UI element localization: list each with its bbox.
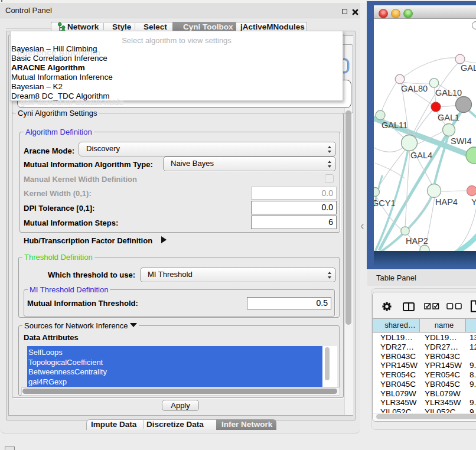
svg-text:GAL1: GAL1 — [438, 113, 459, 122]
svg-text:GAL11: GAL11 — [382, 120, 407, 130]
svg-text:GAL80: GAL80 — [401, 84, 428, 93]
svg-text:SWI4: SWI4 — [451, 136, 471, 146]
svg-text:GAL10: GAL10 — [435, 88, 462, 97]
svg-text:GCY1: GCY1 — [374, 198, 396, 208]
svg-text:HAP4: HAP4 — [435, 197, 458, 207]
svg-text:HAP2: HAP2 — [406, 236, 428, 246]
svg-text:YJ: YJ — [471, 197, 476, 207]
svg-text:GAL4: GAL4 — [410, 151, 432, 160]
svg-text:GAL7: GAL7 — [461, 63, 476, 73]
